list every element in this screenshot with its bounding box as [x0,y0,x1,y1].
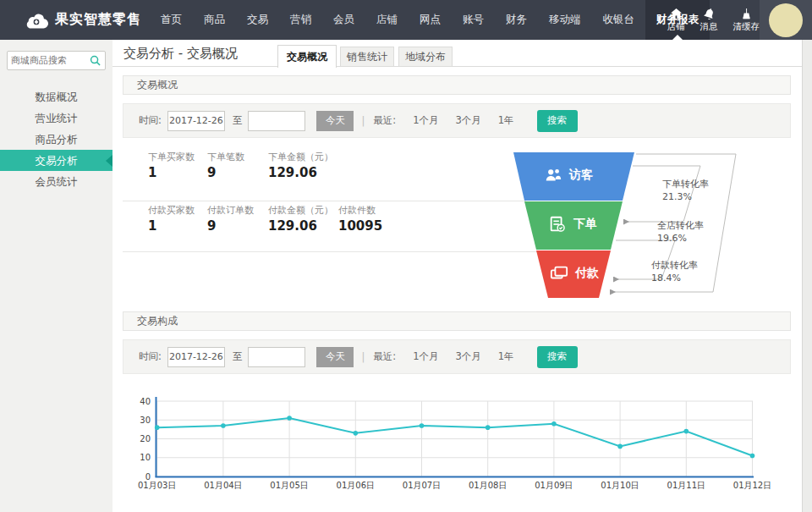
stat-value: 129.06 [268,218,333,234]
range-3-months[interactable]: 3个月 [455,114,480,127]
recent-label: 最近: [373,350,396,363]
stat-label: 付款件数 [338,204,382,217]
funnel-payments-label: 付款 [550,265,599,282]
nav-accounts[interactable]: 账号 [452,0,495,40]
messages-action[interactable]: 消息 [700,8,718,32]
messages-action-label: 消息 [700,22,718,32]
search-button[interactable]: 搜索 [537,346,578,368]
nav-members[interactable]: 会员 [322,0,365,40]
funnel-level-text: 下单 [573,217,597,232]
stat-value: 10095 [338,218,382,234]
tab-trade-overview[interactable]: 交易概况 [277,45,337,68]
today-button[interactable]: 今天 [316,347,354,367]
payment-cards-icon [550,265,568,282]
nav-marketing[interactable]: 营销 [279,0,322,40]
nav-products[interactable]: 商品 [193,0,236,40]
to-label: 至 [233,114,243,127]
stat-order-amount: 下单金额（元） 129.06 [268,151,333,180]
search-button[interactable]: 搜索 [537,110,578,132]
filter-divider: | [361,351,365,363]
sidebar-menu: 数据概况 营业统计 商品分析 交易分析 会员统计 [0,86,112,192]
bell-icon [703,8,716,20]
brand-name: 果实智慧零售 [55,11,141,29]
page-title: 交易分析 - 交易概况 [123,46,238,62]
stat-order-count: 下单笔数 9 [207,151,244,180]
svg-text:40: 40 [140,397,151,406]
sidebar: 数据概况 营业统计 商品分析 交易分析 会员统计 [0,40,112,512]
nav-home[interactable]: 首页 [150,0,193,40]
topbar: 果实智慧零售 首页 商品 交易 营销 会员 店铺 网点 账号 财务 移动端 收银… [0,0,812,40]
rate-value: 21.3% [662,190,709,203]
sidebar-item-trade-analysis-label: 交易分析 [36,154,78,167]
avatar[interactable] [769,3,803,37]
search-input[interactable] [8,55,90,66]
order-conversion-rate: 下单转化率 21.3% [662,178,709,203]
funnel-level-text: 访客 [569,168,593,183]
nav-cashier[interactable]: 收银台 [592,0,646,40]
brand-logo[interactable]: 果实智慧零售 [24,11,141,30]
svg-text:01月05日: 01月05日 [270,481,308,490]
range-1-month[interactable]: 1个月 [413,350,438,363]
date-to-input[interactable] [248,111,305,131]
conversion-funnel: 访客 下单 付款 [497,146,785,305]
sidebar-item-data-overview[interactable]: 数据概况 [0,86,112,107]
nav-outlets[interactable]: 网点 [409,0,452,40]
stat-label: 下单买家数 [148,151,195,163]
svg-text:01月10日: 01月10日 [601,481,639,490]
overview-panel-header: 交易概况 [123,75,791,95]
store-home-icon [670,8,683,20]
svg-text:01月06日: 01月06日 [337,481,375,490]
recent-label: 最近: [373,114,396,127]
nav-store[interactable]: 店铺 [365,0,409,40]
rate-label: 付款转化率 [651,259,698,272]
tab-region-distribution[interactable]: 地域分布 [398,47,453,67]
tab-sales-stats[interactable]: 销售统计 [340,47,394,67]
svg-text:01月04日: 01月04日 [204,481,242,490]
time-label: 时间: [139,114,162,127]
rate-value: 18.4% [651,272,698,284]
broom-icon [740,8,753,20]
date-from-input[interactable] [167,111,225,131]
store-action[interactable]: 店铺 [667,8,685,32]
nav-trade[interactable]: 交易 [236,0,279,40]
range-1-year[interactable]: 1年 [498,350,514,363]
date-to-input[interactable] [248,347,305,367]
app-window: 果实智慧零售 首页 商品 交易 营销 会员 店铺 网点 账号 财务 移动端 收银… [0,0,812,512]
sidebar-item-member-stats[interactable]: 会员统计 [0,171,112,192]
funnel-chart-svg [497,146,785,305]
stat-value: 9 [207,218,254,234]
stat-label: 下单金额（元） [268,151,333,163]
filter-divider: | [361,115,365,127]
content-header: 交易分析 - 交易概况 交易概况 销售统计 地域分布 [112,40,802,67]
range-3-months[interactable]: 3个月 [455,350,480,363]
rate-label: 下单转化率 [662,178,709,190]
today-button[interactable]: 今天 [316,111,354,131]
stat-pay-orders: 付款订单数 9 [207,204,254,234]
sidebar-item-business-stats[interactable]: 营业统计 [0,107,112,129]
range-1-year[interactable]: 1年 [498,114,514,127]
svg-text:20: 20 [140,434,151,443]
sidebar-search-box[interactable] [7,51,106,70]
svg-text:01月12日: 01月12日 [733,481,771,490]
stat-label: 付款买家数 [148,204,195,217]
stat-pay-buyers: 付款买家数 1 [148,204,195,234]
funnel-visitors-label: 访客 [544,167,593,184]
svg-text:30: 30 [140,416,151,425]
funnel-level-text: 付款 [575,266,599,281]
store-conversion-rate: 全店转化率 19.6% [657,219,704,245]
date-from-input[interactable] [167,347,225,367]
scrollbar-track[interactable] [802,40,812,512]
sidebar-item-trade-analysis[interactable]: 交易分析 [0,150,112,171]
composition-filter-row: 时间: 至 今天 | 最近: 1个月 3个月 1年 搜索 [123,339,791,374]
order-document-icon [548,216,567,233]
nav-finance[interactable]: 财务 [495,0,538,40]
sidebar-item-product-analysis[interactable]: 商品分析 [0,129,112,150]
clear-cache-action[interactable]: 清缓存 [733,8,760,32]
range-1-month[interactable]: 1个月 [413,114,438,127]
svg-text:01月03日: 01月03日 [138,481,176,490]
stat-pay-amount: 付款金额（元） 129.06 [268,204,333,234]
svg-text:10: 10 [140,453,151,462]
nav-mobile[interactable]: 移动端 [538,0,592,40]
stat-value: 1 [148,218,195,234]
top-nav: 首页 商品 交易 营销 会员 店铺 网点 账号 财务 移动端 收银台 财务报表 [150,0,710,40]
